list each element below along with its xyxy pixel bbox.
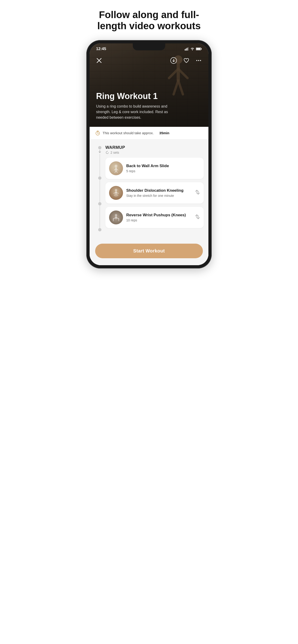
- svg-rect-6: [196, 48, 200, 50]
- timeline-line-3: [100, 206, 100, 228]
- section-sets: 2 sets: [105, 151, 204, 154]
- svg-point-12: [200, 60, 201, 61]
- workout-description: Using a ring combo to build awareness an…: [96, 104, 170, 120]
- hero-section: 12:45: [90, 43, 208, 127]
- section-header: WARMUP 2 sets: [105, 145, 204, 154]
- content-area: This workout should take approx. 35min: [90, 127, 208, 258]
- hero-action-group: [169, 56, 203, 65]
- wifi-icon: [190, 47, 194, 50]
- duration-text: This workout should take approx.: [103, 131, 154, 135]
- timeline-line-2: [100, 180, 100, 202]
- warmup-section: WARMUP 2 sets: [90, 140, 208, 235]
- exercise-detail-3: 10 reps: [126, 218, 192, 222]
- signal-icon: [185, 47, 189, 50]
- svg-rect-1: [186, 48, 187, 50]
- refresh-icon: [105, 151, 109, 154]
- download-button[interactable]: [169, 56, 178, 65]
- more-icon: [196, 58, 201, 63]
- exercise-card-2[interactable]: Shoulder Dislocation Kneeling Stay in th…: [105, 182, 204, 204]
- timer-icon: [95, 130, 100, 136]
- exercise-card-3[interactable]: Reverse Wrist Pushups (Knees) 10 reps: [105, 207, 204, 228]
- exercise-info-2: Shoulder Dislocation Kneeling Stay in th…: [126, 188, 192, 197]
- phone-frame: 12:45: [86, 40, 212, 268]
- exercise-thumb-1: [109, 161, 123, 175]
- status-time: 12:45: [96, 46, 106, 51]
- duration-value: 35min: [159, 131, 169, 135]
- more-button[interactable]: [194, 56, 203, 65]
- svg-rect-2: [187, 48, 187, 50]
- duration-bar: This workout should take approx. 35min: [90, 127, 208, 140]
- exercise-detail-1: 5 reps: [126, 169, 200, 173]
- status-icons: [185, 47, 202, 50]
- timeline: [94, 145, 105, 231]
- start-button-wrapper: Start Workout: [90, 241, 208, 265]
- svg-point-11: [198, 60, 199, 61]
- exercise-detail-2: Stay in the stretch for one minute: [126, 194, 192, 198]
- timeline-arrow-icon: [98, 150, 101, 154]
- page-headline: Follow along and full-length video worko…: [75, 0, 223, 40]
- timeline-line-1: [100, 154, 100, 176]
- svg-point-10: [196, 60, 197, 61]
- hero-controls: [90, 56, 208, 65]
- exercise-thumb-2: [109, 186, 123, 200]
- download-icon: [170, 57, 177, 64]
- svg-rect-3: [188, 47, 189, 50]
- phone-screen: 12:45: [90, 43, 208, 265]
- exercise-thumb-3: [109, 210, 123, 224]
- svg-line-29: [116, 170, 117, 172]
- exercise-name-1: Back to Wall Arm Slide: [126, 164, 200, 168]
- exercise-card-1[interactable]: Back to Wall Arm Slide 5 reps: [105, 158, 204, 179]
- timeline-dot-4: [98, 228, 101, 231]
- swap-icon-2[interactable]: [195, 190, 200, 196]
- timeline-dot-2: [98, 176, 101, 180]
- svg-rect-5: [201, 48, 202, 50]
- workout-title: Ring Workout 1: [96, 92, 202, 101]
- svg-rect-0: [185, 49, 185, 50]
- favorite-button[interactable]: [182, 56, 191, 65]
- start-workout-button[interactable]: Start Workout: [95, 244, 203, 258]
- exercise-info-1: Back to Wall Arm Slide 5 reps: [126, 164, 200, 173]
- heart-icon: [183, 58, 189, 63]
- sets-label: 2 sets: [111, 151, 119, 154]
- status-bar: 12:45: [90, 43, 208, 51]
- exercise-name-3: Reverse Wrist Pushups (Knees): [126, 212, 192, 218]
- timeline-dot-3: [98, 202, 101, 206]
- exercise-name-2: Shoulder Dislocation Kneeling: [126, 188, 192, 193]
- exercise-info-3: Reverse Wrist Pushups (Knees) 10 reps: [126, 212, 192, 222]
- section-title: WARMUP: [105, 145, 204, 150]
- battery-icon: [196, 47, 202, 50]
- page-wrapper: Follow along and full-length video worko…: [75, 0, 223, 278]
- swap-icon-3[interactable]: [195, 214, 200, 220]
- close-button[interactable]: [95, 56, 103, 64]
- exercises-column: WARMUP 2 sets: [105, 145, 204, 231]
- timeline-dot-1: [98, 146, 101, 149]
